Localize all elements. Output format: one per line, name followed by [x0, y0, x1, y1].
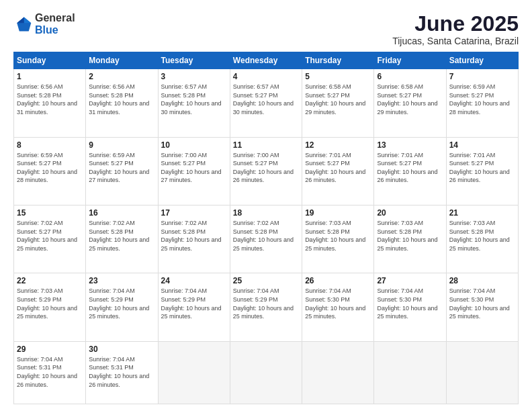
day-info-20: Sunrise: 7:03 AM Sunset: 5:28 PM Dayligh… — [377, 219, 443, 253]
day-cell-27: 27 Sunrise: 7:04 AM Sunset: 5:30 PM Dayl… — [374, 273, 446, 341]
day-number-11: 11 — [233, 140, 299, 150]
day-info-26: Sunrise: 7:04 AM Sunset: 5:30 PM Dayligh… — [305, 287, 371, 320]
day-number-7: 7 — [449, 72, 515, 81]
day-cell-19: 19 Sunrise: 7:03 AM Sunset: 5:28 PM Dayl… — [302, 205, 374, 273]
table-row: 15 Sunrise: 7:02 AM Sunset: 5:27 PM Dayl… — [14, 205, 519, 273]
day-cell-21: 21 Sunrise: 7:03 AM Sunset: 5:28 PM Dayl… — [446, 205, 518, 273]
day-cell-25: 25 Sunrise: 7:04 AM Sunset: 5:29 PM Dayl… — [230, 273, 302, 341]
title-block: June 2025 Tijucas, Santa Catarina, Brazi… — [392, 12, 519, 46]
day-info-30: Sunrise: 7:04 AM Sunset: 5:31 PM Dayligh… — [89, 355, 154, 389]
day-info-4: Sunrise: 6:57 AM Sunset: 5:27 PM Dayligh… — [233, 83, 299, 116]
logo-text: General Blue — [35, 12, 75, 36]
day-info-28: Sunrise: 7:04 AM Sunset: 5:30 PM Dayligh… — [449, 287, 515, 320]
day-cell-15: 15 Sunrise: 7:02 AM Sunset: 5:27 PM Dayl… — [14, 205, 86, 273]
day-cell-1: 1 Sunrise: 6:56 AM Sunset: 5:28 PM Dayli… — [14, 69, 86, 137]
day-cell-4: 4 Sunrise: 6:57 AM Sunset: 5:27 PM Dayli… — [230, 69, 302, 137]
logo-icon — [13, 15, 32, 34]
svg-marker-1 — [24, 17, 32, 23]
logo: General Blue — [13, 12, 75, 36]
table-row: 1 Sunrise: 6:56 AM Sunset: 5:28 PM Dayli… — [14, 69, 519, 137]
day-number-15: 15 — [17, 208, 83, 218]
day-info-2: Sunrise: 6:56 AM Sunset: 5:28 PM Dayligh… — [89, 83, 154, 116]
col-monday: Monday — [86, 52, 158, 69]
logo-blue-text: Blue — [35, 24, 75, 36]
svg-marker-2 — [17, 17, 24, 23]
header: General Blue June 2025 Tijucas, Santa Ca… — [13, 12, 519, 46]
day-number-22: 22 — [17, 276, 83, 285]
day-cell-17: 17 Sunrise: 7:02 AM Sunset: 5:28 PM Dayl… — [158, 205, 230, 273]
empty-cell — [446, 341, 518, 404]
day-info-29: Sunrise: 7:04 AM Sunset: 5:31 PM Dayligh… — [17, 355, 83, 389]
day-cell-24: 24 Sunrise: 7:04 AM Sunset: 5:29 PM Dayl… — [158, 273, 230, 341]
day-number-21: 21 — [449, 208, 515, 218]
day-cell-2: 2 Sunrise: 6:56 AM Sunset: 5:28 PM Dayli… — [86, 69, 158, 137]
day-number-2: 2 — [89, 72, 154, 81]
empty-cell — [374, 341, 446, 404]
day-cell-7: 7 Sunrise: 6:59 AM Sunset: 5:27 PM Dayli… — [446, 69, 518, 137]
col-wednesday: Wednesday — [230, 52, 302, 69]
day-number-28: 28 — [449, 276, 515, 285]
calendar-subtitle: Tijucas, Santa Catarina, Brazil — [392, 36, 519, 46]
day-cell-20: 20 Sunrise: 7:03 AM Sunset: 5:28 PM Dayl… — [374, 205, 446, 273]
logo-general-text: General — [35, 12, 75, 24]
day-number-8: 8 — [17, 140, 83, 150]
day-info-7: Sunrise: 6:59 AM Sunset: 5:27 PM Dayligh… — [449, 83, 515, 116]
day-number-1: 1 — [17, 72, 83, 81]
day-number-17: 17 — [161, 208, 227, 218]
day-info-17: Sunrise: 7:02 AM Sunset: 5:28 PM Dayligh… — [161, 219, 227, 253]
calendar-table: Sunday Monday Tuesday Wednesday Thursday… — [13, 52, 519, 404]
day-cell-5: 5 Sunrise: 6:58 AM Sunset: 5:27 PM Dayli… — [302, 69, 374, 137]
day-number-29: 29 — [17, 345, 83, 354]
calendar-title: June 2025 — [392, 12, 519, 36]
col-thursday: Thursday — [302, 52, 374, 69]
day-info-15: Sunrise: 7:02 AM Sunset: 5:27 PM Dayligh… — [17, 219, 83, 253]
day-cell-18: 18 Sunrise: 7:02 AM Sunset: 5:28 PM Dayl… — [230, 205, 302, 273]
table-row: 22 Sunrise: 7:03 AM Sunset: 5:29 PM Dayl… — [14, 273, 519, 341]
day-info-12: Sunrise: 7:01 AM Sunset: 5:27 PM Dayligh… — [305, 151, 371, 185]
day-info-22: Sunrise: 7:03 AM Sunset: 5:29 PM Dayligh… — [17, 287, 83, 320]
day-cell-8: 8 Sunrise: 6:59 AM Sunset: 5:27 PM Dayli… — [14, 137, 86, 205]
day-info-6: Sunrise: 6:58 AM Sunset: 5:27 PM Dayligh… — [377, 83, 443, 116]
day-cell-26: 26 Sunrise: 7:04 AM Sunset: 5:30 PM Dayl… — [302, 273, 374, 341]
table-row: 29 Sunrise: 7:04 AM Sunset: 5:31 PM Dayl… — [14, 341, 519, 404]
day-cell-9: 9 Sunrise: 6:59 AM Sunset: 5:27 PM Dayli… — [86, 137, 158, 205]
day-info-9: Sunrise: 6:59 AM Sunset: 5:27 PM Dayligh… — [89, 151, 154, 185]
col-sunday: Sunday — [14, 52, 86, 69]
calendar-header-row: Sunday Monday Tuesday Wednesday Thursday… — [14, 52, 519, 69]
col-tuesday: Tuesday — [158, 52, 230, 69]
empty-cell — [158, 341, 230, 404]
day-number-25: 25 — [233, 276, 299, 285]
empty-cell — [302, 341, 374, 404]
day-cell-11: 11 Sunrise: 7:00 AM Sunset: 5:27 PM Dayl… — [230, 137, 302, 205]
day-info-19: Sunrise: 7:03 AM Sunset: 5:28 PM Dayligh… — [305, 219, 371, 253]
day-number-26: 26 — [305, 276, 371, 285]
day-cell-29: 29 Sunrise: 7:04 AM Sunset: 5:31 PM Dayl… — [14, 341, 86, 404]
empty-cell — [230, 341, 302, 404]
day-number-14: 14 — [449, 140, 515, 150]
day-info-25: Sunrise: 7:04 AM Sunset: 5:29 PM Dayligh… — [233, 287, 299, 320]
day-number-27: 27 — [377, 276, 443, 285]
day-number-6: 6 — [377, 72, 443, 81]
day-number-30: 30 — [89, 345, 154, 354]
day-info-23: Sunrise: 7:04 AM Sunset: 5:29 PM Dayligh… — [89, 287, 154, 320]
page: General Blue June 2025 Tijucas, Santa Ca… — [0, 0, 532, 411]
day-number-5: 5 — [305, 72, 371, 81]
day-info-13: Sunrise: 7:01 AM Sunset: 5:27 PM Dayligh… — [377, 151, 443, 185]
day-cell-13: 13 Sunrise: 7:01 AM Sunset: 5:27 PM Dayl… — [374, 137, 446, 205]
day-number-18: 18 — [233, 208, 299, 218]
day-info-18: Sunrise: 7:02 AM Sunset: 5:28 PM Dayligh… — [233, 219, 299, 253]
day-cell-3: 3 Sunrise: 6:57 AM Sunset: 5:28 PM Dayli… — [158, 69, 230, 137]
day-info-21: Sunrise: 7:03 AM Sunset: 5:28 PM Dayligh… — [449, 219, 515, 253]
day-cell-30: 30 Sunrise: 7:04 AM Sunset: 5:31 PM Dayl… — [86, 341, 158, 404]
day-info-3: Sunrise: 6:57 AM Sunset: 5:28 PM Dayligh… — [161, 83, 227, 116]
day-number-13: 13 — [377, 140, 443, 150]
day-number-23: 23 — [89, 276, 154, 285]
day-info-27: Sunrise: 7:04 AM Sunset: 5:30 PM Dayligh… — [377, 287, 443, 320]
day-info-14: Sunrise: 7:01 AM Sunset: 5:27 PM Dayligh… — [449, 151, 515, 185]
day-number-10: 10 — [161, 140, 227, 150]
day-info-10: Sunrise: 7:00 AM Sunset: 5:27 PM Dayligh… — [161, 151, 227, 185]
day-number-3: 3 — [161, 72, 227, 81]
day-cell-16: 16 Sunrise: 7:02 AM Sunset: 5:28 PM Dayl… — [86, 205, 158, 273]
day-cell-10: 10 Sunrise: 7:00 AM Sunset: 5:27 PM Dayl… — [158, 137, 230, 205]
day-cell-6: 6 Sunrise: 6:58 AM Sunset: 5:27 PM Dayli… — [374, 69, 446, 137]
